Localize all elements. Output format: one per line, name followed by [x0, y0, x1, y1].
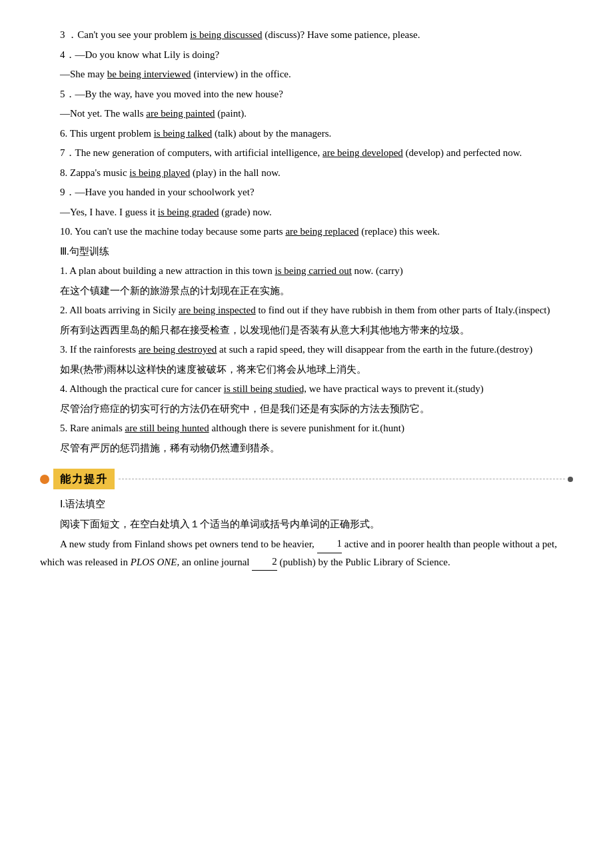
- header-dashed-line: [119, 479, 565, 479]
- journal-name: PLOS ONE,: [131, 557, 179, 567]
- section3-item-3-en: 3. If the rainforests are being destroye…: [40, 341, 573, 359]
- section3-item-2-en: 2. All boats arriving in Sicily are bein…: [40, 302, 573, 319]
- answer-s3-1: is being carried out: [275, 265, 351, 276]
- exercise-5a: 5．—By the way, have you moved into the n…: [40, 86, 573, 103]
- main-content: 3 ．Can't you see your problem is being d…: [40, 27, 573, 571]
- header-small-dot: [568, 477, 573, 482]
- section3-item-5-en: 5. Rare animals are still being hunted a…: [40, 420, 573, 437]
- ability-title: 能力提升: [53, 469, 115, 489]
- section3-item-4-cn: 尽管治疗癌症的切实可行的方法仍在研究中，但是我们还是有实际的方法去预防它。: [40, 401, 573, 418]
- exercise-3: 3 ．Can't you see your problem is being d…: [40, 27, 573, 44]
- answer-7: are being developed: [322, 147, 403, 158]
- exercise-10: 10. You can't use the machine today beca…: [40, 223, 573, 241]
- answer-4: be being interviewed: [107, 69, 191, 79]
- section3-item-1-cn: 在这个镇建一个新的旅游景点的计划现在正在实施。: [40, 283, 573, 300]
- exercise-7: 7．The new generation of computers, with …: [40, 145, 573, 162]
- answer-3: is being discussed: [190, 29, 262, 40]
- blank-1: 1: [317, 535, 342, 553]
- exercise-9b: —Yes, I have. I guess it is being graded…: [40, 204, 573, 221]
- answer-s3-5: are still being hunted: [125, 423, 209, 433]
- subsection1-header: Ⅰ.语法填空: [40, 496, 573, 513]
- section3-item-5-cn: 尽管有严厉的惩罚措施，稀有动物仍然遭到猎杀。: [40, 440, 573, 457]
- exercise-4a: 4．—Do you know what Lily is doing?: [40, 47, 573, 64]
- exercise-4b: —She may be being interviewed (interview…: [40, 66, 573, 83]
- section3-header: Ⅲ.句型训练: [40, 243, 573, 261]
- answer-8: is being played: [129, 167, 190, 178]
- answer-9: is being graded: [158, 207, 219, 217]
- ability-section-header: 能力提升: [40, 469, 573, 489]
- exercise-5b: —Not yet. The walls are being painted (p…: [40, 105, 573, 123]
- blank-2: 2: [252, 553, 277, 571]
- section3-item-2-cn: 所有到达西西里岛的船只都在接受检查，以发现他们是否装有从意大利其他地方带来的垃圾…: [40, 322, 573, 339]
- header-orange-dot: [40, 475, 49, 484]
- section3-item-3-cn: 如果(热带)雨林以这样快的速度被破坏，将来它们将会从地球上消失。: [40, 361, 573, 379]
- subsection1-desc: 阅读下面短文，在空白处填入１个适当的单词或括号内单词的正确形式。: [40, 516, 573, 533]
- exercise-9a: 9．—Have you handed in your schoolwork ye…: [40, 184, 573, 201]
- answer-s3-4: is still being studied,: [224, 383, 306, 394]
- num-3: 3: [60, 29, 65, 40]
- answer-10: are being replaced: [285, 226, 358, 237]
- answer-6: is being talked: [154, 128, 212, 139]
- passage-text: A new study from Finland shows pet owner…: [40, 535, 573, 571]
- exercise-8: 8. Zappa's music is being played (play) …: [40, 165, 573, 182]
- answer-s3-2: are being inspected: [179, 305, 256, 315]
- answer-5: are being painted: [146, 108, 215, 119]
- section3-item-4-en: 4. Although the practical cure for cance…: [40, 381, 573, 398]
- exercise-6: 6. This urgent problem is being talked (…: [40, 125, 573, 143]
- section3-item-1-en: 1. A plan about building a new attractio…: [40, 263, 573, 280]
- answer-s3-3: are being destroyed: [139, 344, 217, 355]
